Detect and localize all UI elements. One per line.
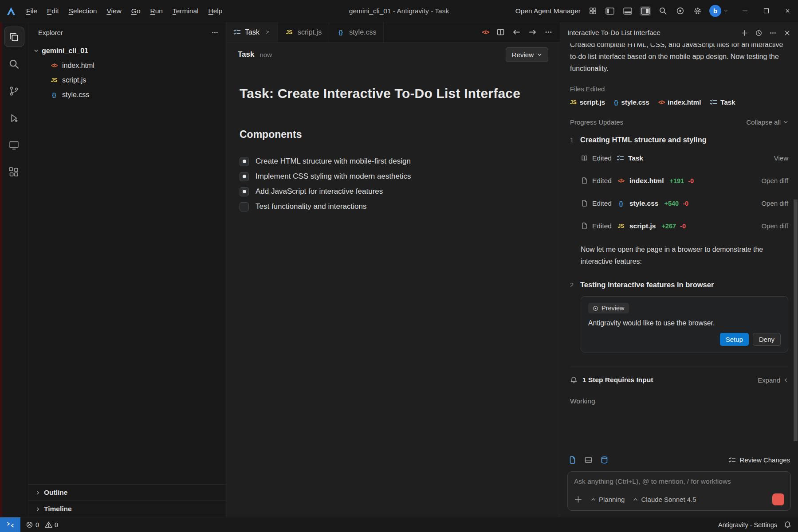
menu-file[interactable]: File — [21, 5, 42, 17]
open-agent-manager-button[interactable]: Open Agent Manager — [515, 7, 581, 15]
navigate-back-icon[interactable] — [512, 28, 521, 36]
activity-explorer[interactable] — [4, 27, 24, 47]
html-file-icon: </> — [50, 63, 59, 69]
browser-icon[interactable] — [600, 456, 609, 464]
editor-actions: </> — [475, 22, 560, 42]
tree-folder-root[interactable]: gemini_cli_01 — [28, 43, 226, 58]
task-icon — [617, 154, 624, 162]
expand-toggle[interactable]: Expand — [758, 376, 788, 384]
tab-task[interactable]: Task — [226, 22, 278, 42]
activity-run-debug[interactable] — [4, 108, 24, 128]
antigravity-services-icon[interactable] — [675, 5, 686, 16]
panel-scrollbar[interactable] — [793, 22, 798, 517]
planning-mode-toggle[interactable]: Planning — [591, 496, 625, 503]
progress-step-1: 1 Creating HTML structure and styling Ed… — [570, 136, 788, 267]
search-icon[interactable] — [657, 5, 668, 16]
explorer-more-icon[interactable] — [211, 29, 219, 36]
agent-manager-grid-icon[interactable] — [588, 6, 598, 16]
requires-input-row[interactable]: 1 Step Requires Input Expand — [570, 367, 788, 384]
tree-file-index-html[interactable]: </> index.html — [28, 58, 226, 73]
open-diff-link[interactable]: Open diff — [761, 177, 788, 184]
window-title: gemini_cli_01 - Antigravity - Task — [349, 7, 449, 15]
timeline-section[interactable]: Timeline — [28, 501, 226, 517]
remote-indicator[interactable] — [0, 517, 20, 532]
minimize-button[interactable] — [734, 0, 755, 22]
chat-input[interactable] — [574, 477, 784, 485]
activity-search[interactable] — [4, 54, 24, 74]
setup-button[interactable]: Setup — [720, 333, 749, 346]
chat-composer: Planning Claude Sonnet 4.5 — [567, 471, 791, 511]
history-icon[interactable] — [755, 29, 763, 37]
file-chip-script-js[interactable]: JS script.js — [570, 98, 605, 106]
notifications-bell-icon[interactable] — [784, 521, 791, 528]
checkbox-unchecked-icon[interactable] — [240, 202, 249, 211]
menu-view[interactable]: View — [102, 5, 126, 17]
review-changes-button[interactable]: Review Changes — [728, 456, 790, 464]
file-chip-task[interactable]: Task — [710, 98, 735, 106]
edited-file-row[interactable]: Edited {} style.css +540 -0 Open diff — [581, 192, 788, 215]
menu-help[interactable]: Help — [204, 5, 228, 17]
menu-edit[interactable]: Edit — [42, 5, 64, 17]
activity-remote-explorer[interactable] — [4, 135, 24, 155]
file-chip-index-html[interactable]: </> index.html — [658, 98, 701, 106]
agent-conversation[interactable]: Created complete HTML, CSS, and JavaScri… — [560, 43, 798, 448]
menu-selection[interactable]: Selection — [64, 5, 102, 17]
open-preview-icon[interactable]: </> — [482, 29, 489, 35]
toggle-right-panel-icon[interactable] — [640, 6, 651, 16]
model-selector[interactable]: Claude Sonnet 4.5 — [633, 496, 696, 503]
problems-indicator[interactable]: 0 0 — [20, 521, 62, 528]
view-link[interactable]: View — [774, 154, 788, 162]
titlebar: File Edit Selection View Go Run Terminal… — [0, 0, 798, 22]
menu-terminal[interactable]: Terminal — [168, 5, 204, 17]
close-button[interactable] — [777, 0, 798, 22]
editor-more-icon[interactable] — [544, 28, 553, 36]
open-diff-link[interactable]: Open diff — [761, 222, 788, 230]
root-folder-label: gemini_cli_01 — [42, 47, 88, 55]
collapse-all-button[interactable]: Collapse all — [746, 118, 788, 126]
toggle-left-panel-icon[interactable] — [604, 6, 616, 16]
checkbox-checked-icon[interactable] — [240, 172, 249, 181]
checkbox-checked-icon[interactable] — [240, 187, 249, 196]
edited-task-row[interactable]: Edited Task View — [581, 147, 788, 169]
stop-button[interactable] — [772, 493, 784, 505]
deny-button[interactable]: Deny — [753, 333, 781, 346]
attach-plus-icon[interactable] — [574, 495, 582, 504]
activity-extensions[interactable] — [4, 162, 24, 182]
model-label: Claude Sonnet 4.5 — [641, 496, 696, 503]
checklist-item: Add JavaScript for interactive features — [240, 184, 546, 199]
panel-close-icon[interactable] — [783, 29, 791, 37]
activity-source-control[interactable] — [4, 81, 24, 101]
open-diff-link[interactable]: Open diff — [761, 200, 788, 207]
components-checklist: Create HTML structure with mobile-first … — [240, 154, 546, 214]
tree-file-script-js[interactable]: JS script.js — [28, 73, 226, 87]
menu-go[interactable]: Go — [126, 5, 145, 17]
tab-style-css[interactable]: {} style.css — [329, 22, 384, 42]
toggle-bottom-panel-icon[interactable] — [622, 6, 633, 16]
artifacts-icon[interactable] — [568, 456, 577, 464]
account-chevron-icon[interactable] — [724, 9, 728, 13]
panel-more-icon[interactable] — [769, 29, 777, 37]
task-title: Task — [238, 50, 255, 59]
tab-close-icon[interactable] — [265, 30, 270, 35]
settings-gear-icon[interactable] — [692, 5, 703, 16]
tab-script-js[interactable]: JS script.js — [278, 22, 329, 42]
settings-status-item[interactable]: Antigravity - Settings — [718, 521, 777, 528]
task-header: Task now Review — [226, 43, 560, 66]
new-task-plus-icon[interactable] — [741, 29, 748, 37]
window-controls — [734, 0, 798, 22]
checkbox-checked-icon[interactable] — [240, 157, 249, 166]
account-avatar[interactable]: b — [709, 5, 721, 17]
maximize-button[interactable] — [755, 0, 777, 22]
permission-message: Antigravity would like to use the browse… — [588, 319, 781, 327]
file-chip-style-css[interactable]: {} style.css — [614, 98, 649, 106]
terminal-panel-icon[interactable] — [584, 456, 593, 464]
outline-section[interactable]: Outline — [28, 484, 226, 501]
split-editor-icon[interactable] — [496, 28, 505, 36]
scrollbar-thumb[interactable] — [794, 200, 798, 441]
review-button[interactable]: Review — [506, 47, 548, 62]
edited-file-row[interactable]: Edited JS script.js +267 -0 Open diff — [581, 215, 788, 237]
edited-file-row[interactable]: Edited </> index.html +191 -0 Open diff — [581, 169, 788, 192]
menu-run[interactable]: Run — [145, 5, 168, 17]
navigate-forward-icon[interactable] — [528, 28, 537, 36]
tree-file-style-css[interactable]: {} style.css — [28, 87, 226, 102]
